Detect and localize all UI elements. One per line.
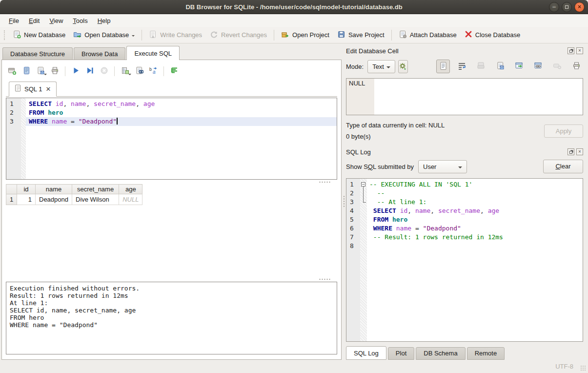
cell-name[interactable]: Deadpond	[36, 194, 72, 205]
cell-secret_name[interactable]: Dive Wilson	[72, 194, 119, 205]
float-log-dock-icon[interactable]	[568, 148, 574, 155]
text-cursor	[117, 118, 118, 124]
sql-editor[interactable]: 123 SELECT id, name, secret_name, ageFRO…	[6, 98, 337, 180]
cell-save-icon	[496, 62, 505, 71]
menu-view[interactable]: View	[44, 15, 68, 26]
export-data-button[interactable]	[512, 60, 526, 73]
open-sql-file-button[interactable]	[20, 65, 33, 78]
close-log-dock-icon[interactable]: ×	[576, 148, 583, 155]
execution-message: Execution finished without errors. Resul…	[6, 282, 337, 354]
sql-tab[interactable]: SQL 1 ✕	[9, 82, 57, 97]
open-database-button[interactable]: Open Database	[69, 28, 139, 42]
file-save-icon	[37, 66, 45, 76]
column-header-name[interactable]: name	[36, 185, 72, 194]
tab-execute-sql[interactable]: Execute SQL	[126, 46, 180, 60]
menu-help[interactable]: Help	[93, 15, 116, 26]
save-sql-file-button[interactable]	[34, 65, 47, 78]
log-fold-margin[interactable]	[360, 179, 367, 341]
close-button[interactable]: ×	[574, 2, 585, 12]
cell-id[interactable]: 1	[17, 194, 36, 205]
apply-button[interactable]: Apply	[544, 124, 583, 138]
app-window: DB Browser for SQLite - /home/user/code/…	[0, 0, 588, 373]
column-header-age[interactable]: age	[119, 185, 142, 194]
close-tab-icon[interactable]: ✕	[45, 86, 51, 92]
close-database-button[interactable]: Close Database	[461, 28, 525, 41]
play-icon	[72, 66, 80, 76]
save-results-view-button[interactable]	[119, 65, 131, 78]
cell-import-icon	[477, 62, 486, 71]
open-project-button[interactable]: Open Project	[277, 28, 333, 42]
log-line-6: WHERE name = "Deadpond"	[369, 224, 583, 233]
print-sql-button[interactable]	[48, 65, 61, 78]
attach-database-button[interactable]: Attach Database	[395, 28, 461, 42]
print-cell-button[interactable]	[569, 60, 583, 73]
open-new-tab-button[interactable]	[6, 65, 19, 78]
new-database-button[interactable]: New Database	[9, 28, 69, 42]
cell-age[interactable]: NULL	[119, 194, 142, 205]
tab-browse-data[interactable]: Browse Data	[74, 47, 125, 60]
menu-edit[interactable]: Edit	[24, 15, 44, 26]
results-message-splitter[interactable]	[6, 277, 337, 281]
fold-collapse-icon[interactable]	[360, 180, 367, 189]
auto-apply-button[interactable]	[398, 60, 408, 73]
chevron-down-icon	[128, 74, 131, 77]
doc-attach-icon	[399, 30, 407, 40]
copy-link-button[interactable]	[531, 60, 545, 73]
column-header-secret_name[interactable]: secret_name	[72, 185, 119, 194]
main-toolbar: New DatabaseOpen DatabaseWrite ChangesRe…	[0, 27, 588, 43]
menu-tools[interactable]: Tools	[68, 15, 92, 26]
float-dock-icon[interactable]	[568, 47, 574, 54]
editor-line-3[interactable]: WHERE name = "Deadpond"	[26, 117, 337, 126]
submitted-by-select[interactable]: User	[418, 160, 467, 173]
save-project-button[interactable]: Save Project	[333, 28, 388, 42]
stop-execution-button	[98, 65, 110, 78]
gear-icon	[399, 62, 407, 71]
find-button[interactable]	[133, 65, 145, 78]
log-line-4: SELECT id, name, secret_name, age	[369, 207, 583, 215]
minimize-button[interactable]: –	[549, 2, 559, 12]
svg-text:a: a	[153, 69, 156, 75]
dock-tab-remote[interactable]: Remote	[467, 347, 505, 360]
dock-tab-plot[interactable]: Plot	[388, 347, 414, 360]
log-code-area: -- EXECUTING ALL IN 'SQL 1' -- -- At lin…	[367, 179, 583, 341]
editor-results-splitter[interactable]	[6, 180, 337, 184]
printer-icon	[572, 62, 581, 71]
cell-content-editor[interactable]: NULL	[346, 78, 583, 115]
log-line-5: FROM hero	[369, 215, 583, 224]
menu-file[interactable]: File	[4, 15, 24, 26]
tab-database-structure[interactable]: Database Structure	[2, 47, 73, 60]
cell-null-icon	[553, 62, 562, 71]
resize-grip[interactable]	[580, 365, 586, 371]
save-data-button[interactable]	[493, 60, 507, 73]
column-header-id[interactable]: id	[17, 185, 36, 194]
word-wrap-button[interactable]	[455, 60, 469, 73]
revert-changes-button: Revert Changes	[206, 28, 271, 42]
svg-text:b: b	[149, 67, 152, 72]
auto-format-button[interactable]	[168, 65, 181, 78]
edit-cell-dock-header: Edit Database Cell ×	[346, 46, 583, 56]
close-dock-icon[interactable]: ×	[576, 47, 583, 54]
find-replace-button[interactable]: ba	[147, 65, 160, 78]
cell-content-value: NULL	[346, 79, 374, 115]
tab-new-icon	[8, 66, 17, 77]
editor-line-1[interactable]: SELECT id, name, secret_name, age	[26, 100, 337, 108]
find-replace-icon: ba	[149, 66, 158, 76]
editor-code-area[interactable]: SELECT id, name, secret_name, ageFROM he…	[26, 98, 337, 179]
dock-tab-sql-log[interactable]: SQL Log	[346, 346, 386, 360]
maximize-button[interactable]	[562, 2, 572, 12]
text-view-button[interactable]	[436, 60, 450, 73]
editor-line-2[interactable]: FROM hero	[26, 108, 337, 117]
panel-splitter[interactable]	[342, 43, 346, 360]
row-header[interactable]: 1	[6, 194, 17, 205]
right-panel: Edit Database Cell × Mode: Text NULL	[346, 43, 588, 360]
dock-tab-db-schema[interactable]: DB Schema	[416, 347, 465, 360]
clear-log-button[interactable]: Clear	[543, 160, 583, 173]
table-row: 11DeadpondDive WilsonNULL	[6, 194, 142, 205]
encoding-indicator[interactable]: UTF-8	[555, 363, 573, 370]
mode-select[interactable]: Text	[367, 60, 395, 73]
execute-sql-pane: ba SQL 1 ✕ 123 SELECT id, name, secret_n…	[1, 60, 342, 360]
chevron-down-icon	[458, 166, 462, 170]
toolbar-button-label: Open Database	[84, 31, 129, 39]
execute-all-button[interactable]	[69, 65, 82, 78]
execute-current-line-button[interactable]	[83, 65, 96, 78]
